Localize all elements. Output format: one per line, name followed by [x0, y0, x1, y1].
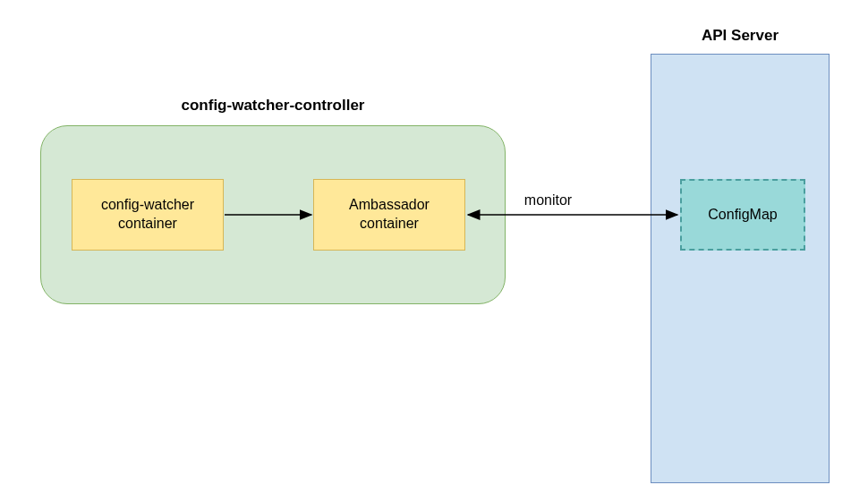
- configmap-box: ConfigMap: [680, 179, 805, 251]
- ambassador-container-box: Ambassadorcontainer: [313, 179, 465, 251]
- config-watcher-container-box: config-watchercontainer: [72, 179, 224, 251]
- monitor-edge-label: monitor: [519, 192, 577, 208]
- ambassador-label: Ambassadorcontainer: [349, 196, 430, 234]
- configmap-label: ConfigMap: [708, 207, 777, 223]
- api-server-box: [651, 54, 830, 483]
- config-watcher-label: config-watchercontainer: [101, 196, 194, 234]
- controller-title: config-watcher-controller: [40, 97, 506, 115]
- api-server-title: API Server: [651, 27, 830, 45]
